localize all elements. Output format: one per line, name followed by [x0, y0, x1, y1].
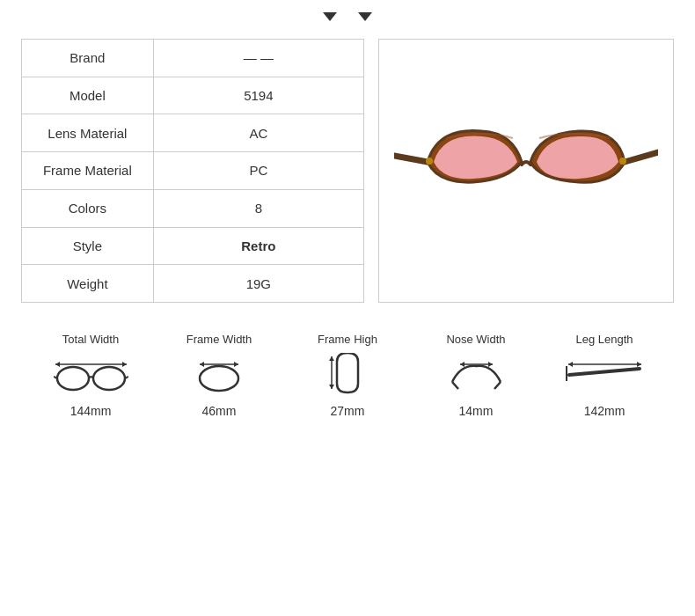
table-row: Style Retro — [22, 227, 364, 265]
measure-icon-nose-width — [436, 353, 516, 397]
svg-line-0 — [394, 156, 428, 162]
svg-marker-10 — [122, 362, 127, 367]
triangle-left-icon — [323, 12, 337, 21]
measure-value: 14mm — [459, 404, 494, 418]
svg-marker-24 — [568, 362, 573, 367]
table-label: Colors — [22, 189, 154, 227]
measure-label: Total Width — [62, 333, 119, 346]
measure-icon-leg-length — [565, 353, 644, 397]
table-row: Brand — — — [22, 40, 364, 77]
measure-frame-width: Frame Width 46mm — [179, 333, 259, 418]
table-row: Colors 8 — [22, 189, 364, 227]
measure-value: 144mm — [70, 404, 112, 418]
table-row: Frame Material PC — [22, 152, 364, 190]
svg-marker-9 — [55, 362, 60, 367]
main-content: Brand — — Model 5194 Lens Material AC Fr… — [0, 30, 695, 312]
measure-icon-total-width — [51, 353, 130, 397]
table-row: Lens Material AC — [22, 114, 364, 152]
svg-point-4 — [57, 367, 89, 390]
info-table: Brand — — Model 5194 Lens Material AC Fr… — [21, 39, 364, 303]
svg-point-5 — [93, 367, 125, 390]
measure-leg-length: Leg Length 142mm — [565, 333, 644, 418]
svg-marker-13 — [200, 362, 204, 367]
svg-point-3 — [619, 158, 626, 165]
table-value: — — — [153, 40, 363, 77]
table-row: Model 5194 — [22, 77, 364, 114]
table-value: Retro — [153, 227, 363, 265]
measure-value: 142mm — [584, 404, 626, 418]
measure-value: 46mm — [202, 404, 237, 418]
table-label: Lens Material — [22, 114, 154, 152]
svg-marker-14 — [234, 362, 238, 367]
svg-point-2 — [426, 158, 433, 165]
table-label: Model — [22, 77, 154, 114]
table-value: 19G — [153, 265, 363, 303]
table-value: 8 — [153, 189, 363, 227]
measure-label: Frame Width — [187, 333, 252, 346]
svg-point-11 — [200, 366, 238, 391]
measure-nose-width: Nose Width 14mm — [436, 333, 516, 418]
svg-marker-20 — [488, 362, 493, 367]
table-label: Brand — [22, 40, 154, 77]
svg-marker-25 — [637, 362, 641, 367]
svg-marker-17 — [329, 385, 334, 389]
measure-icon-frame-high — [308, 353, 387, 397]
svg-line-21 — [569, 369, 640, 375]
page-header — [0, 0, 695, 30]
measure-value: 27mm — [331, 404, 365, 418]
table-value: 5194 — [153, 77, 363, 114]
svg-marker-19 — [460, 362, 465, 367]
svg-line-1 — [625, 152, 658, 162]
measure-label: Leg Length — [575, 333, 633, 346]
product-image-box — [378, 39, 674, 303]
product-image — [385, 100, 667, 241]
measure-frame-high: Frame High 27mm — [308, 333, 387, 418]
measure-label: Frame High — [318, 333, 377, 346]
measure-label: Nose Width — [446, 333, 505, 346]
triangle-right-icon — [358, 12, 372, 21]
table-value: AC — [153, 114, 363, 152]
svg-marker-16 — [329, 356, 334, 361]
table-label: Frame Material — [22, 152, 154, 190]
measure-icon-frame-width — [179, 353, 259, 397]
table-label: Weight — [22, 265, 154, 303]
table-label: Style — [22, 227, 154, 265]
measurements-section: Total Width 144mm Frame Width 46mm Frame… — [0, 317, 695, 427]
table-value: PC — [153, 152, 363, 190]
table-row: Weight 19G — [22, 265, 364, 303]
measure-total-width: Total Width 144mm — [51, 333, 130, 418]
